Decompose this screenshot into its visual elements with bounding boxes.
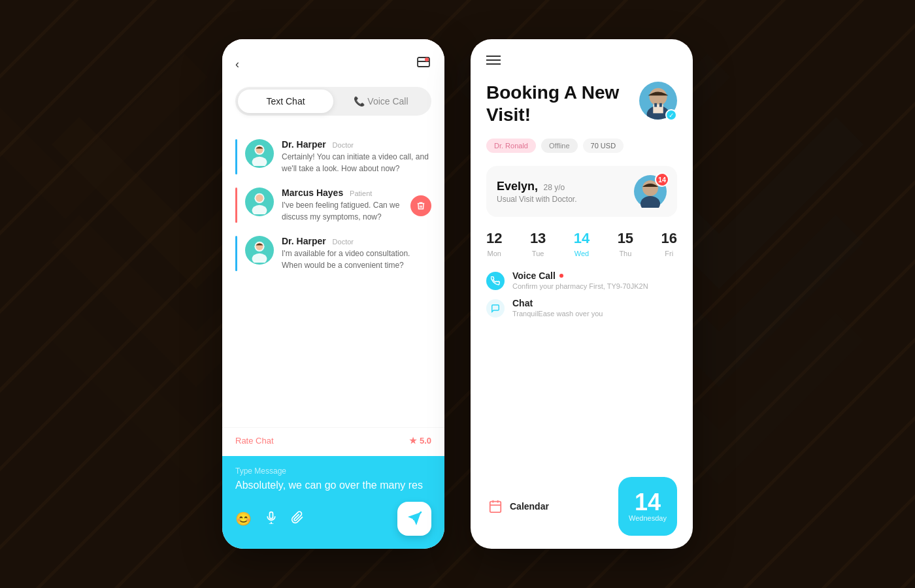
inbox-icon[interactable] — [416, 55, 431, 74]
schedule-content-voice: Voice Call Confirm your pharmacy First, … — [512, 270, 648, 290]
tab-switcher: Text Chat 📞 Voice Call — [235, 87, 431, 116]
schedule-title-voice: Voice Call — [512, 270, 648, 281]
calendar-icon-wrap — [486, 497, 505, 515]
day-label-mon: Mon — [488, 250, 501, 257]
patient-badge: 14 — [655, 172, 669, 187]
doctor-verified-badge: ✓ — [665, 109, 677, 121]
day-item-12[interactable]: 12 Mon — [486, 230, 502, 257]
attachment-icon[interactable] — [291, 511, 304, 527]
svg-point-6 — [252, 205, 267, 214]
voice-indicator — [559, 274, 563, 278]
msg-text-3: I'm available for a video consultation. … — [282, 248, 431, 271]
calendar-big-number: 14 — [635, 491, 661, 514]
microphone-icon[interactable] — [265, 511, 278, 527]
calendar-days: 12 Mon 13 Tue 14 Wed 15 Thu 16 Fri — [486, 230, 677, 257]
day-item-15[interactable]: 15 Thu — [618, 230, 633, 257]
booking-header: Booking A New Visit! ✓ — [486, 82, 677, 125]
emoji-icon[interactable]: 😊 — [235, 511, 252, 527]
day-number-13: 13 — [530, 230, 546, 247]
message-bar-blue — [235, 139, 237, 174]
day-number-15: 15 — [618, 230, 633, 247]
type-message-label: Type Message — [235, 466, 431, 476]
rate-chat-label[interactable]: Rate Chat — [235, 436, 274, 446]
chat-input-area: Type Message Absolutely, we can go over … — [222, 456, 444, 549]
avatar-dr-harper-1 — [245, 139, 274, 168]
message-row-3: Dr. Harper Doctor I'm available for a vi… — [235, 236, 431, 271]
msg-content-2: Marcus Hayes Patient I've been feeling f… — [282, 188, 403, 223]
msg-role-1: Doctor — [333, 141, 354, 149]
avatar-marcus — [245, 188, 274, 216]
msg-name-3: Dr. Harper Doctor — [282, 236, 431, 246]
msg-name-1: Dr. Harper Doctor — [282, 139, 431, 150]
msg-text-2: I've been feeling fatigued. Can we discu… — [282, 199, 403, 223]
svg-point-3 — [252, 157, 267, 166]
patient-name: Evelyn, — [497, 180, 538, 193]
calendar-label: Calendar — [510, 501, 549, 512]
day-number-16: 16 — [661, 230, 677, 247]
chat-card: ‹ Text Chat 📞 Voice Call — [222, 39, 444, 549]
back-button[interactable]: ‹ — [235, 57, 239, 71]
day-label-tue: Tue — [532, 250, 544, 257]
chat-actions: 😊 — [235, 502, 431, 536]
day-number-14: 14 — [574, 230, 590, 247]
day-number-12: 12 — [486, 230, 502, 247]
svg-rect-21 — [659, 103, 662, 107]
patient-name-age: Evelyn, 28 y/o — [497, 180, 577, 193]
chat-card-top: ‹ Text Chat 📞 Voice Call — [222, 39, 444, 129]
svg-rect-20 — [654, 103, 657, 107]
msg-content-1: Dr. Harper Doctor Certainly! You can ini… — [282, 139, 431, 174]
msg-role-3: Doctor — [333, 238, 354, 246]
schedule-item-voice: Voice Call Confirm your pharmacy First, … — [486, 270, 677, 290]
tab-voice-call[interactable]: 📞 Voice Call — [333, 90, 429, 113]
svg-point-7 — [256, 195, 263, 202]
booking-title: Booking A New Visit! — [486, 82, 639, 125]
message-input-text[interactable]: Absolutely, we can go over the many res — [235, 480, 431, 491]
calendar-bottom: Calendar 14 Wednesday — [486, 477, 677, 536]
svg-rect-11 — [270, 512, 273, 518]
doctor-avatar-wrap: ✓ — [639, 82, 677, 121]
day-label-fri: Fri — [665, 250, 673, 257]
schedule-subtitle-chat: TranquilEase wash over you — [512, 310, 603, 318]
booking-card: Booking A New Visit! ✓ Dr. Ronald — [471, 39, 693, 549]
svg-point-23 — [640, 196, 660, 208]
day-item-16[interactable]: 16 Fri — [661, 230, 677, 257]
calendar-nav: Calendar — [486, 497, 549, 515]
tag-offline: Offline — [541, 139, 578, 153]
schedule-dot-voice — [486, 272, 505, 290]
chat-header: ‹ — [235, 55, 431, 74]
msg-content-3: Dr. Harper Doctor I'm available for a vi… — [282, 236, 431, 271]
schedule-list: Voice Call Confirm your pharmacy First, … — [486, 270, 677, 464]
booking-tags: Dr. Ronald Offline 70 USD — [486, 139, 677, 153]
rating-value: ★ 5.0 — [409, 436, 431, 446]
chat-rating: Rate Chat ★ 5.0 — [222, 427, 444, 456]
calendar-big-widget[interactable]: 14 Wednesday — [618, 477, 677, 536]
svg-point-17 — [649, 88, 667, 106]
msg-name-2: Marcus Hayes Patient — [282, 188, 403, 198]
patient-visit-type: Usual Visit with Doctor. — [497, 195, 577, 204]
main-container: ‹ Text Chat 📞 Voice Call — [222, 39, 693, 549]
send-button[interactable] — [397, 502, 431, 536]
tag-dr-ronald: Dr. Ronald — [486, 139, 536, 153]
msg-text-1: Certainly! You can initiate a video call… — [282, 151, 431, 174]
schedule-dot-chat — [486, 299, 505, 318]
tag-price: 70 USD — [583, 139, 624, 153]
patient-card: Evelyn, 28 y/o Usual Visit with Doctor. … — [486, 166, 677, 217]
schedule-content-chat: Chat TranquilEase wash over you — [512, 298, 603, 318]
calendar-big-day: Wednesday — [629, 514, 667, 522]
day-label-thu: Thu — [619, 250, 631, 257]
patient-age: 28 y/o — [544, 183, 565, 192]
day-item-14[interactable]: 14 Wed — [574, 230, 590, 257]
tab-text-chat[interactable]: Text Chat — [238, 90, 333, 113]
msg-role-2: Patient — [350, 189, 372, 197]
menu-icon[interactable] — [486, 55, 677, 69]
chat-messages: Dr. Harper Doctor Certainly! You can ini… — [222, 129, 444, 427]
svg-point-9 — [252, 253, 267, 263]
day-label-wed: Wed — [574, 250, 589, 257]
day-item-13[interactable]: 13 Tue — [530, 230, 546, 257]
schedule-title-chat: Chat — [512, 298, 603, 308]
message-row: Dr. Harper Doctor Certainly! You can ini… — [235, 139, 431, 174]
patient-avatar-wrap: 14 — [634, 175, 667, 208]
delete-button[interactable] — [410, 195, 431, 216]
avatar-dr-harper-2 — [245, 236, 274, 265]
message-bar-blue-2 — [235, 236, 237, 271]
